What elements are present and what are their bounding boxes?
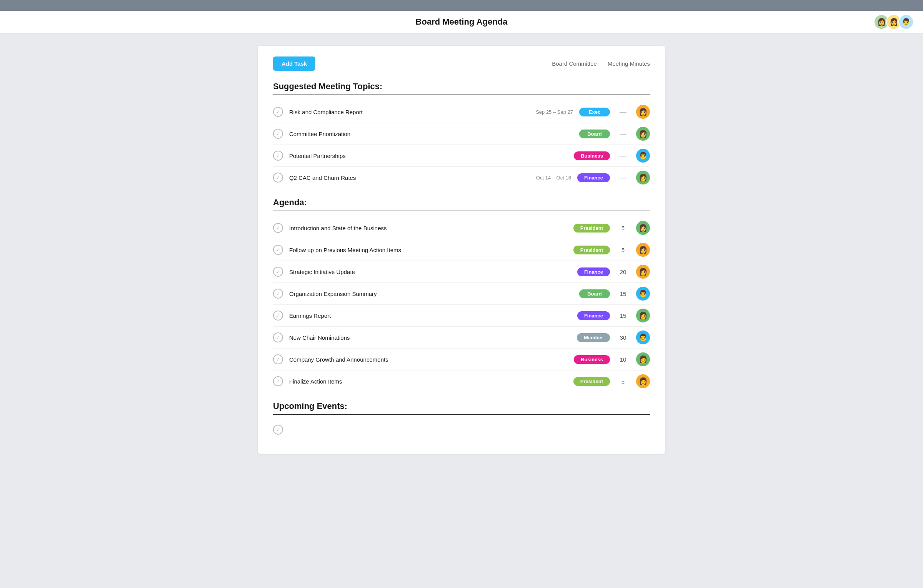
avatar: 👩 (636, 105, 650, 119)
top-bar (0, 0, 923, 11)
tag-finance: Finance (577, 173, 610, 182)
check-icon[interactable]: ✓ (273, 354, 283, 364)
avatar: 👩 (636, 374, 650, 388)
tag-president: President (573, 224, 610, 233)
avatar: 👩 (636, 352, 650, 366)
table-row: ✓ Strategic Initiative Update Finance 20… (273, 261, 650, 283)
avatar[interactable]: 👨 (898, 14, 914, 30)
upcoming-section: Upcoming Events: ✓ (273, 401, 650, 439)
table-row: ✓ Company Growth and Announcements Busin… (273, 349, 650, 370)
check-icon[interactable]: ✓ (273, 289, 283, 299)
avatar: 👨 (636, 149, 650, 163)
check-icon[interactable]: ✓ (273, 107, 283, 117)
table-row: ✓ Risk and Compliance Report Sep 25 – Se… (273, 101, 650, 123)
board-committee-link[interactable]: Board Committee (552, 60, 597, 67)
check-icon[interactable]: ✓ (273, 173, 283, 183)
task-name: Q2 CAC and Churn Rates (289, 174, 511, 181)
task-duration: 15 (616, 291, 630, 297)
toolbar-links: Board Committee Meeting Minutes (552, 60, 650, 67)
task-name: Follow up on Previous Meeting Action Ite… (289, 247, 567, 253)
table-row: ✓ Finalize Action Items President 5 👩 (273, 370, 650, 392)
avatar: 👨 (636, 287, 650, 301)
task-name: Risk and Compliance Report (289, 109, 513, 115)
table-row: ✓ New Chair Nominations Member 30 👨 (273, 327, 650, 349)
task-name: Organization Expansion Summary (289, 291, 573, 297)
page-title: Board Meeting Agenda (416, 17, 508, 27)
table-row: ✓ Organization Expansion Summary Board 1… (273, 283, 650, 305)
task-date: Sep 25 – Sep 27 (519, 109, 573, 115)
agenda-section-title: Agenda: (273, 198, 650, 208)
task-name: Earnings Report (289, 312, 571, 319)
check-icon[interactable]: ✓ (273, 245, 283, 255)
upcoming-section-title: Upcoming Events: (273, 401, 650, 411)
task-duration: 5 (616, 225, 630, 231)
task-dash: — (616, 130, 630, 138)
task-duration: 15 (616, 312, 630, 319)
toolbar: Add Task Board Committee Meeting Minutes (273, 56, 650, 71)
tag-president: President (573, 246, 610, 254)
suggested-section: Suggested Meeting Topics: ✓ Risk and Com… (273, 81, 650, 188)
avatar: 👩 (636, 265, 650, 279)
tag-board: Board (579, 289, 610, 298)
main-content: Add Task Board Committee Meeting Minutes… (258, 46, 665, 454)
task-name: Committee Prioritization (289, 131, 513, 137)
avatar: 👩 (636, 221, 650, 235)
task-dash: — (616, 108, 630, 116)
check-icon[interactable]: ✓ (273, 223, 283, 233)
agenda-section: Agenda: ✓ Introduction and State of the … (273, 198, 650, 392)
task-dash: — (616, 152, 630, 160)
check-icon[interactable]: ✓ (273, 267, 283, 277)
table-row: ✓ Follow up on Previous Meeting Action I… (273, 239, 650, 261)
tag-business: Business (574, 355, 610, 364)
avatar: 👩 (636, 127, 650, 141)
check-icon[interactable]: ✓ (273, 151, 283, 161)
header-avatars: 👩 👩 👨 (874, 14, 914, 30)
table-row: ✓ Committee Prioritization Board — 👩 (273, 123, 650, 145)
task-duration: 5 (616, 378, 630, 385)
table-row: ✓ Introduction and State of the Business… (273, 217, 650, 239)
task-duration: 20 (616, 269, 630, 275)
table-row: ✓ Earnings Report Finance 15 👩 (273, 305, 650, 327)
task-name: Introduction and State of the Business (289, 225, 567, 231)
header: Board Meeting Agenda 👩 👩 👨 (0, 11, 923, 33)
tag-exec: Exec (579, 108, 610, 116)
tag-board: Board (579, 130, 610, 138)
task-name: Finalize Action Items (289, 378, 567, 385)
check-icon[interactable]: ✓ (273, 376, 283, 386)
tag-member: Member (577, 333, 610, 342)
avatar: 👩 (636, 171, 650, 184)
check-icon[interactable]: ✓ (273, 332, 283, 342)
check-icon[interactable]: ✓ (273, 311, 283, 321)
table-row: ✓ Q2 CAC and Churn Rates Oct 14 – Oct 16… (273, 167, 650, 188)
tag-finance: Finance (577, 267, 610, 276)
check-icon[interactable]: ✓ (273, 425, 283, 435)
task-dash: — (616, 174, 630, 182)
task-name: Company Growth and Announcements (289, 356, 568, 363)
task-duration: 30 (616, 334, 630, 341)
task-name: New Chair Nominations (289, 334, 571, 341)
avatar: 👩 (636, 309, 650, 322)
table-row: ✓ Potential Partnerships Business — 👨 (273, 145, 650, 167)
task-duration: 10 (616, 356, 630, 363)
avatar: 👩 (636, 243, 650, 257)
suggested-section-title: Suggested Meeting Topics: (273, 81, 650, 91)
task-date: Oct 14 – Oct 16 (517, 175, 571, 181)
avatar: 👨 (636, 331, 650, 344)
task-name: Strategic Initiative Update (289, 269, 571, 275)
tag-business: Business (574, 151, 610, 160)
task-duration: 5 (616, 247, 630, 253)
task-name: Potential Partnerships (289, 153, 508, 159)
table-row: ✓ (273, 421, 650, 439)
tag-finance: Finance (577, 311, 610, 320)
meeting-minutes-link[interactable]: Meeting Minutes (608, 60, 650, 67)
tag-president: President (573, 377, 610, 386)
add-task-button[interactable]: Add Task (273, 56, 315, 71)
check-icon[interactable]: ✓ (273, 129, 283, 139)
